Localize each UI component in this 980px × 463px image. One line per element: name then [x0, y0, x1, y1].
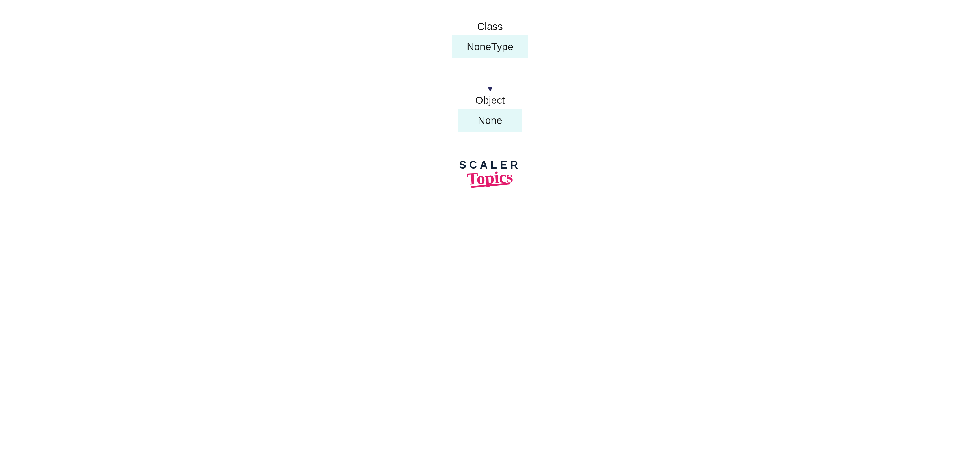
class-object-diagram: Class NoneType Object None [452, 21, 528, 132]
class-box-nonetype: NoneType [452, 35, 528, 59]
object-caption: Object [475, 94, 504, 106]
brand-word-topics: Topics [467, 169, 513, 188]
object-box-none: None [458, 109, 522, 132]
diagram-canvas: Class NoneType Object None SCALER Topics [0, 0, 980, 463]
arrow-down-icon [488, 60, 492, 92]
class-caption: Class [477, 21, 503, 32]
arrow-head [488, 87, 492, 92]
scaler-topics-logo: SCALER Topics [459, 160, 521, 187]
